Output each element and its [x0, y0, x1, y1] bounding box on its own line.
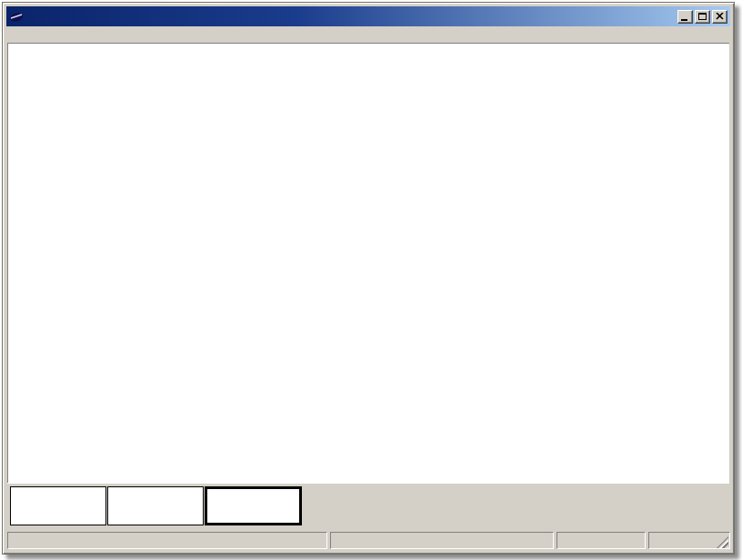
close-icon [716, 13, 724, 20]
minimize-button[interactable] [677, 10, 693, 24]
menu-diagram[interactable] [6, 35, 21, 37]
app-icon [9, 10, 24, 24]
menu-analysis[interactable] [65, 35, 79, 37]
menu-help[interactable] [79, 35, 94, 37]
value-box-row [7, 483, 729, 528]
status-sample-position [556, 532, 646, 549]
menu-edit[interactable] [21, 35, 35, 37]
window-controls [677, 10, 727, 24]
menu-cursor[interactable] [50, 35, 65, 37]
status-time-range [330, 532, 554, 549]
status-mode [648, 532, 730, 549]
close-button[interactable] [712, 10, 727, 24]
value-box-a2[interactable] [205, 486, 302, 525]
chart-plot[interactable] [8, 44, 728, 482]
value-box-a1[interactable] [107, 486, 204, 525]
maximize-button[interactable] [695, 10, 710, 24]
status-cursor-time [7, 532, 327, 549]
minimize-icon [681, 19, 687, 21]
maximize-icon [698, 13, 707, 20]
value-box-t[interactable] [10, 486, 106, 525]
menu-view[interactable] [35, 35, 50, 37]
status-bar [6, 530, 730, 550]
app-window [2, 2, 735, 555]
chart-panel [7, 43, 729, 483]
title-bar [6, 6, 730, 26]
